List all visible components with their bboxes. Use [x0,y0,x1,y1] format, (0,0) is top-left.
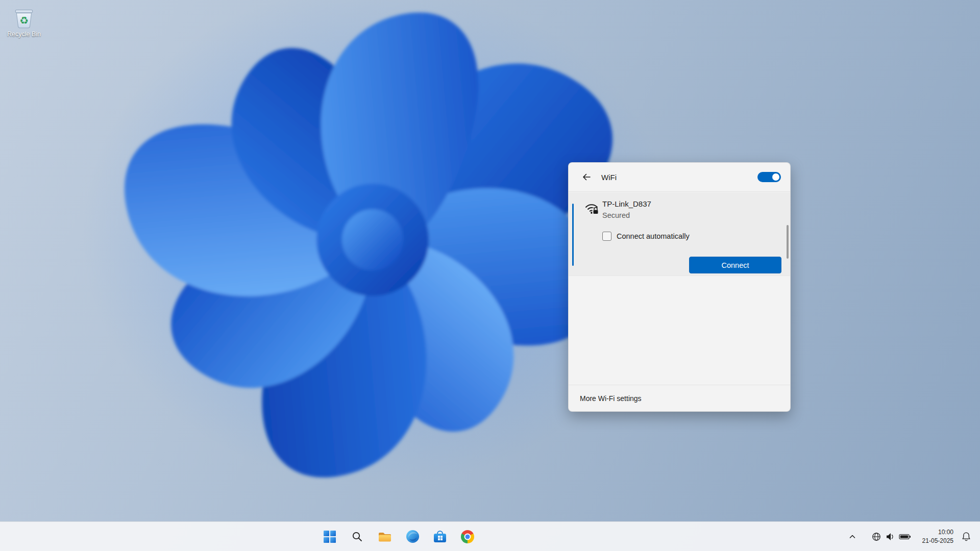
clock-time: 10:00 [922,528,953,536]
chrome-button[interactable] [457,527,478,547]
quick-settings-button[interactable] [867,529,915,545]
windows-start-icon [324,531,336,543]
recycle-icon: ♻ [19,15,29,27]
back-button[interactable] [578,168,595,186]
chevron-up-icon [848,533,856,541]
wifi-panel-title: WiFi [601,173,617,182]
taskbar: 10:00 21-05-2025 [0,521,980,551]
connect-automatically-label: Connect automatically [617,232,690,240]
notification-center-button[interactable] [959,529,974,544]
start-button[interactable] [320,527,340,547]
microsoft-store-icon [434,531,446,542]
wifi-panel-footer: More Wi-Fi settings [569,385,790,411]
taskbar-system-tray: 10:00 21-05-2025 [845,522,980,551]
wifi-network-item[interactable]: TP-Link_D837 Secured Connect automatical… [569,192,790,276]
wifi-flyout-panel: WiFi TP-Link_D837 Secured Connect automa… [568,162,791,412]
edge-button[interactable] [402,527,423,547]
back-arrow-icon [582,172,591,182]
more-wifi-settings-link[interactable]: More Wi-Fi settings [580,394,642,403]
file-explorer-button[interactable] [375,527,395,547]
edge-icon [406,530,420,543]
connect-automatically-checkbox[interactable] [602,232,611,241]
chrome-icon [461,530,474,543]
wifi-panel-header: WiFi [569,163,790,192]
recycle-bin-desktop-icon[interactable]: ♻ Recycle Bin [5,4,43,38]
recycle-bin-label: Recycle Bin [7,31,41,38]
notification-bell-icon [961,532,971,542]
panel-scrollbar[interactable] [787,225,789,259]
connect-button[interactable]: Connect [689,257,781,273]
wifi-secured-icon [584,201,600,215]
microsoft-store-button[interactable] [430,527,450,547]
wifi-toggle-knob [772,173,779,181]
wallpaper-bloom [0,0,980,551]
tray-overflow-button[interactable] [845,529,860,544]
clock[interactable]: 10:00 21-05-2025 [922,528,953,544]
search-button[interactable] [347,527,368,547]
network-globe-icon [871,532,881,542]
battery-icon [899,533,911,540]
volume-icon [886,532,895,541]
selection-accent-bar [572,204,574,266]
search-icon [351,531,363,543]
connect-automatically-row[interactable]: Connect automatically [602,232,690,241]
taskbar-center-icons [320,522,478,551]
clock-date: 21-05-2025 [922,537,953,545]
wifi-toggle[interactable] [757,172,781,182]
network-name: TP-Link_D837 [602,199,651,208]
desktop-wallpaper [0,0,980,551]
file-explorer-icon [378,531,392,543]
network-status: Secured [602,211,630,219]
recycle-bin-icon: ♻ [11,4,37,30]
